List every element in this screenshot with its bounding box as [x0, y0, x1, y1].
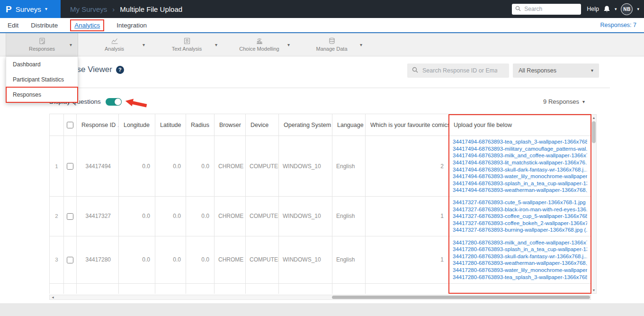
toolbar-group-analysis[interactable]: Analysis ▾	[78, 33, 151, 56]
uploaded-file-link[interactable]: 34417327-68763893-coffee_bokeh_2-wallpap…	[453, 220, 587, 227]
device-cell: COMPUTER	[246, 136, 279, 197]
responses-count[interactable]: Responses: 7	[600, 22, 636, 28]
device-cell: COMPUTER	[246, 236, 279, 283]
response-id-cell: 34417494	[77, 136, 119, 197]
response-search[interactable]	[407, 63, 509, 78]
product-name: Surveys	[16, 5, 41, 13]
uploaded-file-link[interactable]: 34417280-68763893-water_lily_monochrome-…	[453, 267, 587, 274]
main-content: Response Viewer ? All Responses ▾ Displa…	[0, 56, 644, 303]
chevron-down-icon[interactable]: ▾	[637, 7, 639, 11]
chevron-down-icon[interactable]: ▾	[615, 7, 617, 11]
header-language[interactable]: Language	[332, 114, 366, 136]
vertical-scrollbar[interactable]: ▲ ▼	[591, 114, 597, 294]
menu-item-responses[interactable]: Responses	[6, 87, 78, 102]
row-checkbox[interactable]	[67, 257, 73, 263]
tab-integration[interactable]: Integration	[116, 22, 147, 29]
uploaded-file-link[interactable]: 34417494-68763893-water_lily_monochrome-…	[453, 173, 587, 180]
uploaded-file-link[interactable]: 34417247-68763893-military_camouflage_pa…	[453, 292, 587, 294]
global-search-input[interactable]	[523, 5, 576, 13]
display-questions-toggle[interactable]	[106, 98, 122, 106]
radius-cell: 0.0	[186, 197, 215, 236]
chevron-down-icon[interactable]: ▾	[360, 42, 362, 47]
longitude-cell	[119, 283, 155, 294]
device-cell	[246, 283, 279, 294]
uploaded-file-link[interactable]: 34417494-68763893-milk_and_coffee-wallpa…	[453, 152, 587, 159]
header-response-id[interactable]: Response ID▲	[77, 114, 119, 136]
operating-system-cell: WINDOWS_10	[279, 236, 332, 283]
uploaded-file-link[interactable]: 34417327-68763893-black-iron-man-with-re…	[453, 206, 587, 213]
responses-count-dropdown[interactable]: 9 Responses ▾	[543, 98, 585, 105]
toolbar-group-manage-data[interactable]: Manage Data ▾	[295, 33, 368, 56]
uploaded-file-link[interactable]: 34417280-68763893-tea_splash_3-wallpaper…	[453, 274, 587, 281]
uploaded-file-link[interactable]: 34417280-68763893-milk_and_coffee-wallpa…	[453, 239, 587, 246]
language-cell	[332, 283, 366, 294]
tab-analytics[interactable]: Analytics	[70, 19, 104, 31]
header-browser[interactable]: Browser	[215, 114, 246, 136]
avatar[interactable]: NB	[621, 3, 633, 15]
all-responses-select[interactable]: All Responses ▾	[513, 63, 599, 78]
uploaded-file-link[interactable]: 34417280-68763893-weatherman-wallpaper-1…	[453, 260, 587, 267]
menu-item-dashboard[interactable]: Dashboard	[6, 57, 78, 72]
toolbar-group-text-analysis[interactable]: Text Analysis ▾	[151, 33, 223, 56]
row-number: 3	[50, 236, 64, 283]
chevron-down-icon[interactable]: ▾	[215, 42, 217, 47]
language-cell: English	[332, 136, 366, 197]
longitude-cell: 0.0	[119, 236, 155, 283]
scroll-up-icon[interactable]: ▲	[591, 116, 596, 119]
horizontal-scrollbar[interactable]: ◄	[49, 295, 591, 300]
uploaded-file-link[interactable]: 34417494-68763893-skull-dark-fantasy-wr-…	[453, 166, 587, 173]
analytics-toolbar: Responses ▾ Analysis ▾ Text Analysis ▾ C…	[0, 33, 644, 56]
menu-item-participant-statistics[interactable]: Participant Statistics	[6, 72, 78, 87]
breadcrumb-my-surveys[interactable]: My Surveys	[70, 5, 107, 13]
scroll-left-icon[interactable]: ◄	[51, 296, 54, 299]
tabs: Edit Distribute Analytics Integration	[8, 19, 147, 31]
response-id-cell	[77, 283, 119, 294]
tab-edit[interactable]: Edit	[8, 22, 18, 29]
header-latitude[interactable]: Latitude	[155, 114, 186, 136]
uploaded-file-link[interactable]: 34417327-68763893-cute_5-wallpaper-1366x…	[453, 199, 587, 206]
uploaded-file-link[interactable]: 34417494-68763893-lit_matchstick-wallpap…	[453, 159, 587, 166]
toolbar-group-responses[interactable]: Responses ▾	[6, 33, 78, 56]
vertical-scroll-thumb[interactable]	[592, 121, 596, 143]
uploaded-file-link[interactable]: 34417280-68763893-splash_in_a_tea_cup-wa…	[453, 246, 587, 253]
notifications-bell-icon[interactable]	[603, 5, 610, 13]
row-checkbox[interactable]	[67, 213, 73, 220]
tab-distribute[interactable]: Distribute	[31, 22, 58, 29]
uploaded-file-link[interactable]: 34417494-68763893-weatherman-wallpaper-1…	[453, 187, 587, 194]
uploaded-file-link[interactable]: 34417327-68763893-burning-wallpaper-1366…	[453, 226, 587, 234]
header-longitude[interactable]: Longitude	[119, 114, 155, 136]
header-device[interactable]: Device	[246, 114, 279, 136]
chevron-down-icon: ▾	[582, 99, 585, 104]
row-checkbox[interactable]	[67, 163, 73, 170]
manage-data-icon	[328, 37, 336, 45]
browser-cell: CHROME	[215, 136, 246, 197]
help-link[interactable]: Help	[587, 6, 599, 12]
header-operating-system[interactable]: Operating System	[279, 114, 332, 136]
header-upload-question[interactable]: Upload your file below	[449, 114, 591, 136]
help-icon[interactable]: ?	[116, 66, 124, 74]
uploaded-file-link[interactable]: 34417494-68763893-splash_in_a_tea_cup-wa…	[453, 180, 587, 187]
uploaded-file-link[interactable]: 34417280-68763893-skull-dark-fantasy-wr-…	[453, 253, 587, 260]
uploaded-file-link[interactable]: 34417327-68763893-coffee_cup_5-wallpaper…	[453, 213, 587, 220]
header-radius[interactable]: Radius	[186, 114, 215, 136]
responses-table: Response ID▲ Longitude Latitude Radius B…	[49, 114, 591, 294]
chevron-down-icon[interactable]: ▾	[70, 42, 72, 47]
header-comics-question[interactable]: Which is your favourite comics?	[366, 114, 449, 136]
chevron-down-icon[interactable]: ▾	[287, 42, 290, 47]
chevron-down-icon[interactable]: ▾	[143, 42, 145, 47]
latitude-cell: 0.0	[155, 236, 186, 283]
product-switcher[interactable]: P Surveys ▾	[0, 0, 61, 18]
uploaded-file-link[interactable]: 34417494-68763893-tea_splash_3-wallpaper…	[453, 138, 587, 145]
device-cell: COMPUTER	[246, 197, 279, 236]
scroll-down-icon[interactable]: ▼	[591, 289, 596, 292]
global-search[interactable]	[512, 4, 581, 15]
breadcrumb-current-survey: Multiple File Upload	[120, 5, 182, 13]
topbar: P Surveys ▾ My Surveys › Multiple File U…	[0, 0, 644, 18]
horizontal-scroll-thumb[interactable]	[332, 296, 590, 299]
select-all-checkbox[interactable]	[67, 122, 73, 128]
uploaded-file-link[interactable]: 34417494-68763893-military_camouflage_pa…	[453, 145, 587, 153]
response-search-input[interactable]	[421, 67, 498, 74]
toolbar-group-choice-modelling[interactable]: Choice Modelling ▾	[223, 33, 295, 56]
radius-cell: 0.0	[186, 136, 215, 197]
responses-menu: Dashboard Participant Statistics Respons…	[6, 56, 78, 103]
